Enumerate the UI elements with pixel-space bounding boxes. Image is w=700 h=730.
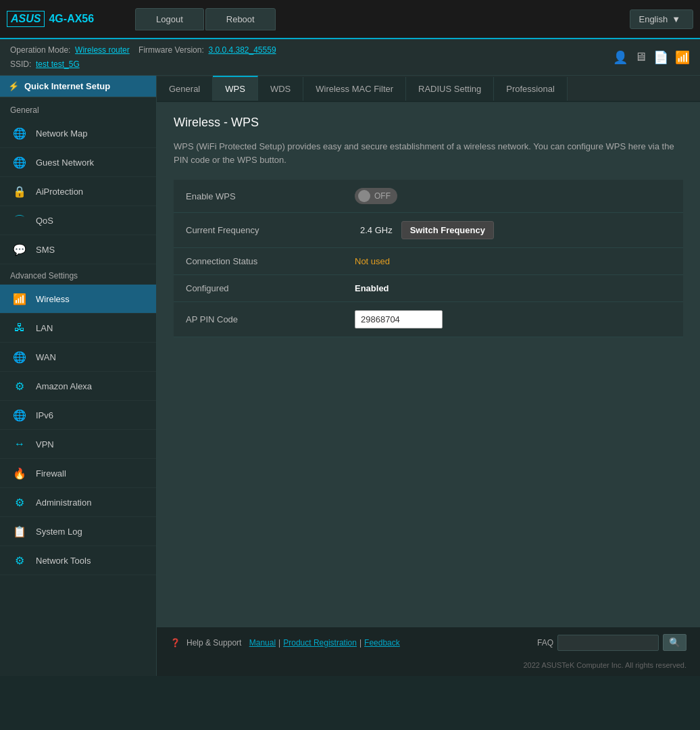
faq-label: FAQ — [537, 638, 553, 648]
operation-mode-label: Operation Mode: — [10, 45, 70, 55]
help-support-label: Help & Support — [186, 638, 241, 648]
faq-search-input[interactable] — [557, 635, 659, 651]
network-map-icon: 🌐 — [10, 126, 29, 141]
connection-status-value: Not used — [355, 256, 390, 266]
enable-wps-label: Enable WPS — [174, 180, 343, 213]
top-nav-buttons: Logout Reboot — [135, 8, 630, 30]
product-registration-link[interactable]: Product Registration — [283, 638, 357, 648]
switch-frequency-button[interactable]: Switch Frequency — [401, 221, 494, 239]
manual-link[interactable]: Manual — [249, 638, 276, 648]
current-frequency-row: Current Frequency 2.4 GHz Switch Frequen… — [174, 213, 683, 248]
firmware-label: Firmware Version: — [139, 45, 204, 55]
pin-code-row: AP PIN Code — [174, 302, 683, 337]
tab-general[interactable]: General — [157, 77, 213, 101]
operation-mode-value[interactable]: Wireless router — [75, 45, 130, 55]
footer-links: ❓ Help & Support Manual | Product Regist… — [170, 638, 400, 648]
frequency-label: Current Frequency — [174, 213, 343, 248]
sidebar-advanced-label: Advanced Settings — [0, 264, 156, 285]
tab-wps[interactable]: WPS — [213, 76, 258, 101]
pin-code-input[interactable] — [355, 310, 443, 328]
sidebar-item-wireless[interactable]: 📶 Wireless — [0, 285, 156, 314]
copyright: 2022 ASUSTeK Computer Inc. All rights re… — [157, 658, 700, 676]
quick-setup-label: Quick Internet Setup — [24, 81, 110, 91]
top-bar: ASUS 4G-AX56 Logout Reboot English ▼ — [0, 0, 700, 39]
sidebar-item-ipv6[interactable]: 🌐 IPv6 — [0, 401, 156, 430]
connection-status-label: Connection Status — [174, 248, 343, 275]
administration-icon: ⚙ — [10, 495, 29, 510]
vpn-icon: ↔ — [10, 437, 29, 452]
enable-wps-toggle[interactable]: OFF — [355, 188, 397, 204]
configured-label: Configured — [174, 275, 343, 302]
brand: ASUS 4G-AX56 — [7, 11, 115, 27]
firewall-icon: 🔥 — [10, 466, 29, 481]
sidebar-item-sms[interactable]: 💬 SMS — [0, 235, 156, 264]
sidebar-item-network-map[interactable]: 🌐 Network Map — [0, 119, 156, 148]
content-area: General WPS WDS Wireless MAC Filter RADI… — [157, 76, 700, 676]
tab-radius-setting[interactable]: RADIUS Setting — [406, 77, 494, 101]
sms-icon: 💬 — [10, 242, 29, 257]
logout-button[interactable]: Logout — [135, 8, 204, 30]
desktop-icon[interactable]: 🖥 — [634, 50, 647, 64]
sidebar-item-label: WAN — [36, 352, 56, 362]
sidebar-item-label: Wireless — [36, 294, 70, 304]
toggle-knob — [358, 190, 370, 202]
faq-search-button[interactable]: 🔍 — [663, 634, 686, 651]
language-selector[interactable]: English ▼ — [630, 9, 693, 29]
wan-icon: 🌐 — [10, 349, 29, 364]
alexa-icon: ⚙ — [10, 379, 29, 393]
sidebar-item-label: AiProtection — [36, 187, 83, 197]
sidebar-item-label: Guest Network — [36, 157, 94, 168]
user-icon[interactable]: 👤 — [613, 50, 628, 65]
sidebar-item-network-tools[interactable]: ⚙ Network Tools — [0, 546, 156, 575]
ssid-values[interactable]: test test_5G — [36, 59, 80, 69]
tab-wireless-mac-filter[interactable]: Wireless MAC Filter — [303, 77, 406, 101]
sidebar-item-label: IPv6 — [36, 410, 53, 420]
sidebar-item-system-log[interactable]: 📋 System Log — [0, 517, 156, 546]
wps-enable-row: Enable WPS OFF — [174, 180, 683, 213]
main-layout: ⚡ Quick Internet Setup General 🌐 Network… — [0, 76, 700, 676]
feedback-link[interactable]: Feedback — [364, 638, 400, 648]
sidebar-item-label: VPN — [36, 439, 54, 449]
separator-2: | — [359, 638, 361, 648]
tabs-bar: General WPS WDS Wireless MAC Filter RADI… — [157, 76, 700, 102]
sidebar-item-amazon-alexa[interactable]: ⚙ Amazon Alexa — [0, 372, 156, 401]
reboot-button[interactable]: Reboot — [205, 8, 276, 30]
sidebar-item-qos[interactable]: ⌒ QoS — [0, 206, 156, 235]
tab-wds[interactable]: WDS — [258, 77, 303, 101]
sidebar-item-administration[interactable]: ⚙ Administration — [0, 488, 156, 517]
connection-status-row: Connection Status Not used — [174, 248, 683, 275]
sidebar-item-label: Network Map — [36, 128, 88, 139]
sidebar-item-lan[interactable]: 🖧 LAN — [0, 314, 156, 343]
sidebar-item-label: LAN — [36, 323, 53, 333]
sidebar-item-aiprotection[interactable]: 🔒 AiProtection — [0, 177, 156, 206]
pin-code-label: AP PIN Code — [174, 302, 343, 337]
sidebar-item-wan[interactable]: 🌐 WAN — [0, 343, 156, 372]
document-icon[interactable]: 📄 — [653, 50, 668, 65]
status-icons: 👤 🖥 📄 📶 — [613, 50, 690, 65]
tab-professional[interactable]: Professional — [494, 77, 568, 101]
sidebar-item-label: Amazon Alexa — [36, 381, 92, 391]
sidebar-item-label: Administration — [36, 497, 91, 508]
language-label: English — [639, 14, 668, 24]
ssid-label: SSID: — [10, 59, 31, 69]
help-icon: ❓ — [170, 638, 180, 648]
signal-icon[interactable]: 📶 — [675, 50, 690, 65]
footer: ❓ Help & Support Manual | Product Regist… — [157, 627, 700, 658]
guest-network-icon: 🌐 — [10, 155, 29, 170]
toggle-state-label: OFF — [374, 191, 391, 201]
sidebar-item-label: SMS — [36, 245, 55, 255]
lan-icon: 🖧 — [10, 320, 29, 335]
sidebar-item-label: QoS — [36, 216, 53, 226]
configured-row: Configured Enabled — [174, 275, 683, 302]
sidebar-item-label: Network Tools — [36, 556, 91, 566]
firmware-value[interactable]: 3.0.0.4.382_45559 — [208, 45, 276, 55]
sidebar-item-vpn[interactable]: ↔ VPN — [0, 430, 156, 459]
sidebar-general-label: General — [0, 97, 156, 119]
sidebar-item-guest-network[interactable]: 🌐 Guest Network — [0, 148, 156, 177]
content-inner: Wireless - WPS WPS (WiFi Protected Setup… — [157, 102, 700, 627]
sidebar-item-firewall[interactable]: 🔥 Firewall — [0, 459, 156, 488]
sidebar-item-quick-setup[interactable]: ⚡ Quick Internet Setup — [0, 76, 156, 97]
footer-faq: FAQ 🔍 — [537, 634, 686, 651]
aiprotection-icon: 🔒 — [10, 184, 29, 199]
qos-icon: ⌒ — [10, 213, 29, 228]
